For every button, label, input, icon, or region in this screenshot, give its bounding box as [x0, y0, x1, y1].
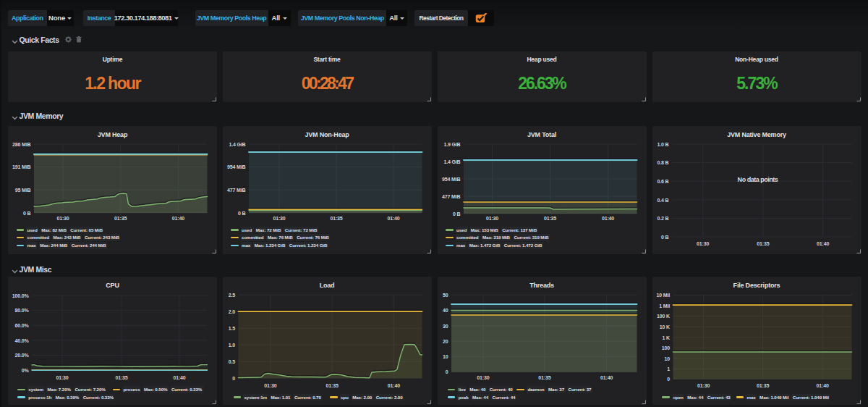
- svg-text:01:30: 01:30: [56, 375, 68, 380]
- svg-text:01:35: 01:35: [330, 216, 342, 221]
- svg-text:1.4 GiB: 1.4 GiB: [229, 142, 245, 147]
- svg-text:1 Mil: 1 Mil: [659, 303, 670, 309]
- svg-text:01:40: 01:40: [173, 375, 185, 380]
- svg-text:01:40: 01:40: [172, 216, 184, 221]
- svg-text:0 B: 0 B: [453, 211, 461, 217]
- svg-text:0.2 B: 0.2 B: [657, 216, 668, 221]
- svg-text:0.6 B: 0.6 B: [657, 179, 668, 184]
- svg-text:01:30: 01:30: [56, 216, 69, 221]
- svg-text:286 MiB: 286 MiB: [12, 142, 30, 147]
- svg-text:0.8 B: 0.8 B: [657, 160, 668, 165]
- svg-text:0 B: 0 B: [661, 235, 669, 240]
- svg-text:01:40: 01:40: [387, 383, 399, 388]
- svg-text:01:30: 01:30: [273, 216, 285, 221]
- svg-text:954 MiB: 954 MiB: [442, 177, 460, 182]
- svg-text:80.0%: 80.0%: [14, 308, 29, 313]
- svg-text:477 MiB: 477 MiB: [442, 194, 460, 199]
- svg-text:95 MiB: 95 MiB: [15, 188, 31, 193]
- svg-text:0 B: 0 B: [23, 211, 31, 216]
- svg-text:20: 20: [443, 339, 448, 344]
- svg-text:191 MiB: 191 MiB: [12, 164, 30, 169]
- svg-text:0: 0: [445, 369, 448, 374]
- svg-text:01:30: 01:30: [485, 216, 498, 221]
- svg-text:0 B: 0 B: [238, 211, 246, 216]
- svg-text:01:35: 01:35: [326, 383, 338, 388]
- svg-text:01:40: 01:40: [600, 375, 613, 380]
- svg-text:30: 30: [443, 324, 448, 329]
- svg-text:40: 40: [443, 308, 448, 313]
- svg-text:100: 100: [661, 345, 669, 351]
- svg-text:0: 0: [667, 377, 670, 382]
- svg-text:60.0%: 60.0%: [14, 323, 29, 328]
- svg-text:10: 10: [443, 354, 448, 359]
- svg-text:0.5: 0.5: [228, 359, 235, 364]
- svg-text:01:30: 01:30: [264, 383, 276, 388]
- svg-text:20.0%: 20.0%: [14, 353, 29, 358]
- svg-text:1.5: 1.5: [228, 326, 235, 331]
- svg-text:10 K: 10 K: [659, 324, 669, 330]
- svg-text:0%: 0%: [22, 368, 30, 373]
- svg-text:0: 0: [232, 376, 235, 381]
- svg-text:1.0: 1.0: [228, 343, 235, 348]
- svg-text:477 MiB: 477 MiB: [227, 188, 245, 193]
- svg-text:01:40: 01:40: [817, 241, 829, 246]
- svg-text:1.0 B: 1.0 B: [657, 142, 668, 147]
- svg-text:No data points: No data points: [737, 176, 778, 183]
- svg-text:1: 1: [667, 366, 670, 372]
- svg-text:01:30: 01:30: [697, 383, 710, 388]
- svg-text:01:40: 01:40: [387, 216, 399, 221]
- svg-text:40.0%: 40.0%: [14, 338, 29, 343]
- svg-text:01:35: 01:35: [757, 241, 769, 246]
- svg-text:01:35: 01:35: [114, 216, 127, 221]
- svg-text:01:30: 01:30: [697, 241, 709, 246]
- svg-text:01:35: 01:35: [538, 375, 550, 380]
- svg-text:1 K: 1 K: [662, 335, 670, 340]
- svg-text:954 MiB: 954 MiB: [227, 164, 245, 169]
- svg-text:2.0: 2.0: [228, 309, 235, 314]
- svg-text:01:35: 01:35: [543, 216, 556, 221]
- svg-text:01:40: 01:40: [601, 216, 613, 221]
- svg-text:01:35: 01:35: [757, 383, 769, 388]
- svg-text:01:30: 01:30: [477, 375, 489, 380]
- svg-text:50: 50: [443, 293, 448, 298]
- svg-text:100 K: 100 K: [657, 314, 670, 319]
- svg-text:1.9 GiB: 1.9 GiB: [443, 142, 460, 147]
- svg-text:10 Mil: 10 Mil: [656, 293, 670, 298]
- svg-text:1.4 GiB: 1.4 GiB: [443, 159, 460, 164]
- svg-text:10: 10: [664, 356, 670, 361]
- svg-text:01:40: 01:40: [816, 383, 828, 388]
- svg-text:100.0%: 100.0%: [12, 293, 30, 298]
- svg-text:01:35: 01:35: [115, 375, 127, 380]
- svg-text:2.5: 2.5: [228, 293, 235, 298]
- svg-text:0.4 B: 0.4 B: [657, 198, 668, 203]
